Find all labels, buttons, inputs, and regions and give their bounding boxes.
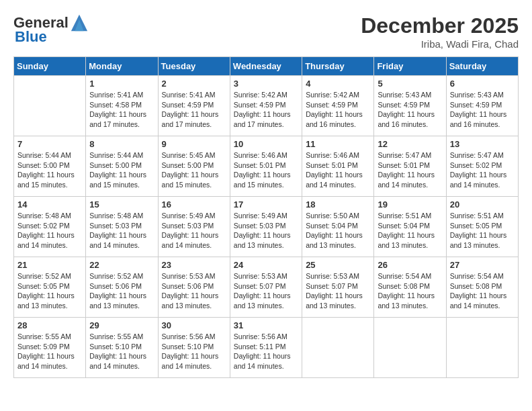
day-info: Sunrise: 5:56 AMSunset: 5:10 PMDaylight:… xyxy=(162,332,226,371)
calendar-cell: 16Sunrise: 5:49 AMSunset: 5:03 PMDayligh… xyxy=(158,197,230,257)
day-number: 1 xyxy=(89,79,154,89)
day-info: Sunrise: 5:49 AMSunset: 5:03 PMDaylight:… xyxy=(234,211,298,250)
calendar-cell: 11Sunrise: 5:46 AMSunset: 5:01 PMDayligh… xyxy=(302,136,374,197)
calendar-cell: 3Sunrise: 5:42 AMSunset: 4:59 PMDaylight… xyxy=(230,76,302,136)
day-info: Sunrise: 5:51 AMSunset: 5:04 PMDaylight:… xyxy=(378,211,442,250)
weekday-header: Tuesday xyxy=(158,57,230,76)
calendar-cell: 19Sunrise: 5:51 AMSunset: 5:04 PMDayligh… xyxy=(374,197,446,257)
calendar-cell: 25Sunrise: 5:53 AMSunset: 5:07 PMDayligh… xyxy=(302,257,374,318)
calendar-cell: 21Sunrise: 5:52 AMSunset: 5:05 PMDayligh… xyxy=(14,257,86,318)
month-title: December 2025 xyxy=(361,13,519,38)
day-number: 17 xyxy=(234,199,298,210)
calendar-cell: 31Sunrise: 5:56 AMSunset: 5:11 PMDayligh… xyxy=(230,318,302,378)
calendar-cell xyxy=(374,318,446,378)
logo-icon xyxy=(70,13,89,32)
calendar-cell: 29Sunrise: 5:55 AMSunset: 5:10 PMDayligh… xyxy=(86,318,158,378)
day-info: Sunrise: 5:45 AMSunset: 5:00 PMDaylight:… xyxy=(162,150,226,190)
calendar-cell xyxy=(446,318,518,378)
calendar-cell: 10Sunrise: 5:46 AMSunset: 5:01 PMDayligh… xyxy=(230,136,302,197)
calendar-cell: 7Sunrise: 5:44 AMSunset: 5:00 PMDaylight… xyxy=(14,136,86,197)
day-number: 5 xyxy=(378,79,442,89)
calendar-cell: 15Sunrise: 5:48 AMSunset: 5:03 PMDayligh… xyxy=(86,197,158,257)
week-row: 1Sunrise: 5:41 AMSunset: 4:58 PMDaylight… xyxy=(14,76,519,136)
day-number: 14 xyxy=(17,199,82,210)
weekday-header: Friday xyxy=(374,57,446,76)
day-info: Sunrise: 5:55 AMSunset: 5:09 PMDaylight:… xyxy=(17,332,82,371)
calendar-cell: 26Sunrise: 5:54 AMSunset: 5:08 PMDayligh… xyxy=(374,257,446,318)
day-info: Sunrise: 5:53 AMSunset: 5:06 PMDaylight:… xyxy=(162,271,226,311)
calendar-cell: 1Sunrise: 5:41 AMSunset: 4:58 PMDaylight… xyxy=(86,76,158,136)
day-number: 26 xyxy=(378,260,442,270)
day-info: Sunrise: 5:41 AMSunset: 4:59 PMDaylight:… xyxy=(162,90,226,130)
day-info: Sunrise: 5:47 AMSunset: 5:02 PMDaylight:… xyxy=(450,150,515,190)
day-number: 30 xyxy=(162,320,226,330)
calendar-cell: 18Sunrise: 5:50 AMSunset: 5:04 PMDayligh… xyxy=(302,197,374,257)
day-number: 15 xyxy=(89,199,154,210)
week-row: 21Sunrise: 5:52 AMSunset: 5:05 PMDayligh… xyxy=(14,257,519,318)
day-number: 20 xyxy=(450,199,515,210)
weekday-header: Saturday xyxy=(446,57,518,76)
logo-blue: Blue xyxy=(15,28,47,46)
day-info: Sunrise: 5:54 AMSunset: 5:08 PMDaylight:… xyxy=(378,271,442,311)
location: Iriba, Wadi Fira, Chad xyxy=(361,38,519,50)
day-number: 29 xyxy=(89,320,154,330)
weekday-header: Sunday xyxy=(14,57,86,76)
day-number: 31 xyxy=(234,320,298,330)
calendar-cell: 12Sunrise: 5:47 AMSunset: 5:01 PMDayligh… xyxy=(374,136,446,197)
day-info: Sunrise: 5:53 AMSunset: 5:07 PMDaylight:… xyxy=(234,271,298,311)
calendar-cell: 30Sunrise: 5:56 AMSunset: 5:10 PMDayligh… xyxy=(158,318,230,378)
day-info: Sunrise: 5:46 AMSunset: 5:01 PMDaylight:… xyxy=(234,150,298,190)
week-row: 7Sunrise: 5:44 AMSunset: 5:00 PMDaylight… xyxy=(14,136,519,197)
day-info: Sunrise: 5:42 AMSunset: 4:59 PMDaylight:… xyxy=(306,90,370,130)
calendar-table: SundayMondayTuesdayWednesdayThursdayFrid… xyxy=(13,56,519,378)
day-info: Sunrise: 5:48 AMSunset: 5:03 PMDaylight:… xyxy=(89,211,154,250)
calendar-cell: 13Sunrise: 5:47 AMSunset: 5:02 PMDayligh… xyxy=(446,136,518,197)
calendar-cell: 8Sunrise: 5:44 AMSunset: 5:00 PMDaylight… xyxy=(86,136,158,197)
calendar-cell: 20Sunrise: 5:51 AMSunset: 5:05 PMDayligh… xyxy=(446,197,518,257)
day-number: 13 xyxy=(450,139,515,149)
day-number: 8 xyxy=(89,139,154,149)
calendar-cell: 6Sunrise: 5:43 AMSunset: 4:59 PMDaylight… xyxy=(446,76,518,136)
day-number: 21 xyxy=(17,260,82,270)
weekday-header: Wednesday xyxy=(230,57,302,76)
day-info: Sunrise: 5:51 AMSunset: 5:05 PMDaylight:… xyxy=(450,211,515,250)
calendar-cell: 27Sunrise: 5:54 AMSunset: 5:08 PMDayligh… xyxy=(446,257,518,318)
day-info: Sunrise: 5:52 AMSunset: 5:06 PMDaylight:… xyxy=(89,271,154,311)
day-number: 7 xyxy=(17,139,82,149)
day-info: Sunrise: 5:42 AMSunset: 4:59 PMDaylight:… xyxy=(234,90,298,130)
day-info: Sunrise: 5:56 AMSunset: 5:11 PMDaylight:… xyxy=(234,332,298,371)
weekday-header: Thursday xyxy=(302,57,374,76)
day-info: Sunrise: 5:48 AMSunset: 5:02 PMDaylight:… xyxy=(17,211,82,250)
day-number: 25 xyxy=(306,260,370,270)
calendar-cell: 17Sunrise: 5:49 AMSunset: 5:03 PMDayligh… xyxy=(230,197,302,257)
week-row: 14Sunrise: 5:48 AMSunset: 5:02 PMDayligh… xyxy=(14,197,519,257)
day-number: 4 xyxy=(306,79,370,89)
calendar-cell: 4Sunrise: 5:42 AMSunset: 4:59 PMDaylight… xyxy=(302,76,374,136)
calendar-cell: 23Sunrise: 5:53 AMSunset: 5:06 PMDayligh… xyxy=(158,257,230,318)
calendar-cell xyxy=(302,318,374,378)
calendar-cell xyxy=(14,76,86,136)
day-number: 9 xyxy=(162,139,226,149)
day-info: Sunrise: 5:43 AMSunset: 4:59 PMDaylight:… xyxy=(450,90,515,130)
day-number: 16 xyxy=(162,199,226,210)
day-number: 28 xyxy=(17,320,82,330)
day-number: 6 xyxy=(450,79,515,89)
title-block: December 2025 Iriba, Wadi Fira, Chad xyxy=(361,13,519,50)
calendar-cell: 24Sunrise: 5:53 AMSunset: 5:07 PMDayligh… xyxy=(230,257,302,318)
day-number: 18 xyxy=(306,199,370,210)
day-number: 24 xyxy=(234,260,298,270)
day-info: Sunrise: 5:55 AMSunset: 5:10 PMDaylight:… xyxy=(89,332,154,371)
calendar-cell: 22Sunrise: 5:52 AMSunset: 5:06 PMDayligh… xyxy=(86,257,158,318)
day-info: Sunrise: 5:41 AMSunset: 4:58 PMDaylight:… xyxy=(89,90,154,130)
logo: General Blue xyxy=(13,13,89,46)
day-info: Sunrise: 5:53 AMSunset: 5:07 PMDaylight:… xyxy=(306,271,370,311)
day-number: 22 xyxy=(89,260,154,270)
day-info: Sunrise: 5:44 AMSunset: 5:00 PMDaylight:… xyxy=(17,150,82,190)
calendar-cell: 14Sunrise: 5:48 AMSunset: 5:02 PMDayligh… xyxy=(14,197,86,257)
calendar-header-row: SundayMondayTuesdayWednesdayThursdayFrid… xyxy=(14,57,519,76)
day-number: 19 xyxy=(378,199,442,210)
day-number: 12 xyxy=(378,139,442,149)
day-number: 27 xyxy=(450,260,515,270)
calendar-cell: 9Sunrise: 5:45 AMSunset: 5:00 PMDaylight… xyxy=(158,136,230,197)
day-info: Sunrise: 5:47 AMSunset: 5:01 PMDaylight:… xyxy=(378,150,442,190)
